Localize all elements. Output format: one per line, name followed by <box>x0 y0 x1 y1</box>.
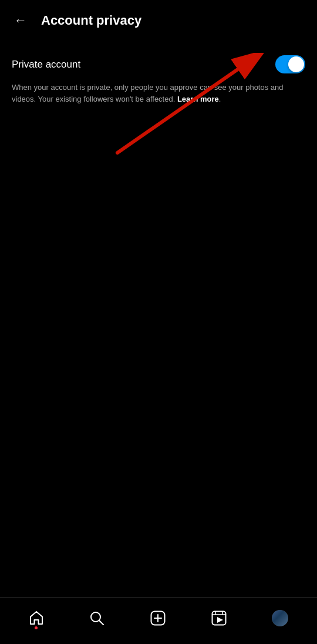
private-account-toggle[interactable] <box>275 55 305 73</box>
header: ← Account privacy <box>0 0 317 41</box>
setting-description: When your account is private, only peopl… <box>12 82 305 105</box>
svg-line-3 <box>99 620 103 625</box>
private-account-row: Private account <box>12 51 305 78</box>
nav-home[interactable] <box>22 606 51 630</box>
description-text: When your account is private, only peopl… <box>12 83 284 103</box>
avatar-image <box>272 610 288 626</box>
home-icon <box>29 611 44 626</box>
svg-marker-11 <box>217 617 223 623</box>
reels-icon <box>211 611 227 626</box>
back-arrow-icon: ← <box>14 13 27 28</box>
search-icon <box>89 611 104 626</box>
nav-profile[interactable] <box>265 605 295 631</box>
nav-search[interactable] <box>82 606 112 630</box>
content-area: Private account When your account is pri… <box>0 41 317 114</box>
learn-more-link[interactable]: Learn more <box>177 95 219 103</box>
nav-reels[interactable] <box>204 606 234 630</box>
toggle-slider <box>275 55 305 73</box>
avatar <box>272 610 288 626</box>
private-account-label: Private account <box>12 59 80 71</box>
nav-create[interactable] <box>143 606 173 630</box>
create-icon <box>150 611 166 626</box>
back-button[interactable]: ← <box>12 11 29 31</box>
home-dot-indicator <box>35 626 38 629</box>
bottom-navigation <box>0 597 317 644</box>
page-title: Account privacy <box>41 13 141 28</box>
